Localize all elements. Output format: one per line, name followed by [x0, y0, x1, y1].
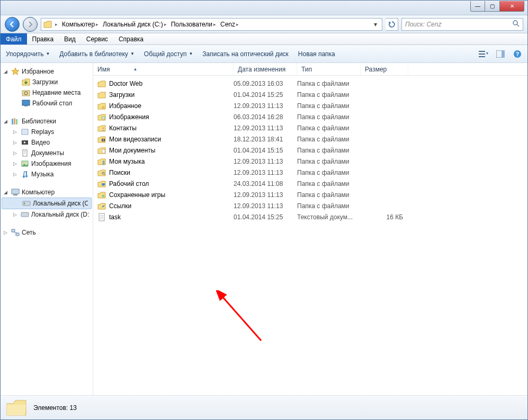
column-date[interactable]: Дата изменения — [234, 63, 297, 75]
file-icon — [97, 135, 106, 144]
sidebar-network[interactable]: ▷ Сеть — [1, 227, 93, 238]
svg-point-32 — [103, 127, 104, 129]
file-name: Мои документы — [109, 147, 155, 154]
file-row[interactable]: Рабочий стол24.03.2014 11:08Папка с файл… — [93, 178, 527, 189]
svg-rect-37 — [102, 183, 105, 185]
file-name: Моя музыка — [109, 158, 145, 165]
sidebar-item-diskd[interactable]: ▷ Локальный диск (D:) — [1, 209, 93, 220]
expander-icon[interactable]: ▷ — [13, 172, 19, 177]
expander-icon[interactable]: ▷ — [13, 150, 19, 156]
file-row[interactable]: Контакты12.09.2013 11:13Папка с файлами — [93, 122, 527, 133]
file-date: 12.09.2013 11:13 — [234, 191, 297, 199]
search-input[interactable]: Поиск: Cenz — [401, 18, 523, 31]
sidebar-favorites[interactable]: ◢ Избранное — [1, 66, 93, 77]
sidebar-item-downloads[interactable]: Загрузки — [1, 77, 93, 87]
file-type: Папка с файлами — [297, 91, 361, 99]
svg-line-30 — [13, 232, 17, 233]
disk-icon — [21, 210, 29, 219]
file-icon — [97, 213, 106, 221]
sidebar-item-documents[interactable]: ▷ Документы — [1, 148, 93, 158]
add-library-button[interactable]: Добавить в библиотеку▼ — [59, 50, 134, 58]
expander-icon[interactable]: ◢ — [4, 69, 9, 74]
menu-file[interactable]: Файл — [1, 33, 27, 44]
file-icon — [97, 202, 106, 210]
svg-point-22 — [23, 162, 25, 164]
breadcrumb-cenz[interactable]: Cenz▸ — [219, 21, 240, 28]
sidebar-item-replays[interactable]: ▷ Replays — [1, 127, 93, 137]
svg-rect-3 — [479, 53, 485, 55]
preview-pane-button[interactable] — [496, 49, 505, 59]
breadcrumb-diskc[interactable]: Локальный диск (C:)▸ — [102, 21, 168, 28]
svg-rect-16 — [22, 129, 28, 135]
tree-computer: ◢ Компьютер Локальный диск (C:) ▷ Локаль… — [1, 187, 93, 220]
organize-button[interactable]: Упорядочить▼ — [6, 50, 50, 58]
breadcrumb-computer[interactable]: Компьютер▸ — [61, 21, 100, 28]
file-date: 12.09.2013 11:13 — [234, 124, 297, 132]
expander-icon[interactable]: ▷ — [13, 129, 19, 135]
sidebar-item-recent[interactable]: Недавние места — [1, 87, 93, 98]
column-size[interactable]: Размер — [361, 63, 408, 75]
address-dropdown[interactable]: ▾ — [371, 21, 380, 28]
file-row[interactable]: Doctor Web05.09.2013 16:03Папка с файлам… — [93, 78, 527, 89]
file-date: 12.09.2013 11:13 — [234, 158, 297, 165]
file-list[interactable]: Doctor Web05.09.2013 16:03Папка с файлам… — [93, 76, 527, 395]
column-type[interactable]: Тип — [297, 63, 361, 75]
sidebar-item-pictures[interactable]: ▷ Изображения — [1, 158, 93, 169]
help-button[interactable]: ? — [513, 49, 522, 59]
breadcrumb-sep[interactable]: ▸ — [54, 22, 59, 27]
search-icon[interactable] — [512, 20, 520, 29]
svg-rect-4 — [479, 56, 485, 57]
expander-icon[interactable]: ▷ — [13, 212, 19, 217]
file-date: 01.04.2014 15:15 — [234, 147, 297, 154]
expander-icon[interactable]: ◢ — [4, 119, 9, 124]
file-row[interactable]: task01.04.2014 15:25Текстовый докум...16… — [93, 211, 527, 222]
sidebar-libraries[interactable]: ◢ Библиотеки — [1, 116, 93, 127]
sidebar-item-videos[interactable]: ▷ Видео — [1, 137, 93, 148]
file-type: Папка с файлами — [297, 102, 361, 110]
column-name[interactable]: Имя▲ — [93, 63, 234, 75]
column-headers: Имя▲ Дата изменения Тип Размер — [93, 63, 527, 76]
expander-icon[interactable]: ◢ — [4, 190, 9, 195]
file-row[interactable]: Загрузки01.04.2014 15:25Папка с файлами — [93, 89, 527, 100]
expander-icon[interactable]: ▷ — [13, 161, 19, 166]
refresh-button[interactable] — [386, 18, 398, 31]
sidebar-item-music[interactable]: ▷ Музыка — [1, 169, 93, 180]
burn-button[interactable]: Записать на оптический диск — [202, 50, 289, 58]
svg-rect-11 — [22, 100, 30, 105]
share-button[interactable]: Общий доступ▼ — [144, 50, 193, 58]
expander-icon[interactable]: ▷ — [4, 230, 9, 235]
address-bar[interactable]: ▸ Компьютер▸ Локальный диск (C:)▸ Пользо… — [41, 18, 382, 31]
file-row[interactable]: Поиски12.09.2013 11:13Папка с файлами — [93, 167, 527, 178]
file-name: Мои видеозаписи — [109, 136, 161, 143]
new-folder-button[interactable]: Новая папка — [298, 50, 335, 58]
minimize-button[interactable]: — — [470, 1, 485, 12]
file-row[interactable]: Мои документы01.04.2014 15:15Папка с фай… — [93, 145, 527, 156]
maximize-button[interactable]: ▢ — [485, 1, 500, 12]
forward-button[interactable] — [23, 17, 38, 32]
back-button[interactable] — [5, 17, 20, 32]
svg-rect-24 — [13, 194, 17, 195]
view-options-button[interactable] — [479, 49, 488, 59]
file-row[interactable]: Сохраненные игры12.09.2013 11:13Папка с … — [93, 189, 527, 200]
expander-icon[interactable]: ▷ — [13, 140, 19, 145]
file-row[interactable]: Изображения06.03.2014 16:28Папка с файла… — [93, 111, 527, 122]
file-row[interactable]: Избранное12.09.2013 11:13Папка с файлами — [93, 100, 527, 111]
sidebar-item-diskc[interactable]: Локальный диск (C:) — [2, 198, 92, 209]
sidebar-item-desktop[interactable]: Рабочий стол — [1, 98, 93, 109]
svg-rect-34 — [102, 149, 105, 153]
sort-asc-icon: ▲ — [133, 67, 137, 72]
file-row[interactable]: Моя музыка12.09.2013 11:13Папка с файлам… — [93, 156, 527, 167]
close-button[interactable]: ✕ — [500, 1, 524, 12]
file-row[interactable]: Мои видеозаписи18.12.2013 18:41Папка с ф… — [93, 133, 527, 145]
statusbar: Элементов: 13 — [1, 395, 527, 419]
menu-tools[interactable]: Сервис — [81, 33, 113, 44]
sidebar-computer[interactable]: ◢ Компьютер — [1, 187, 93, 198]
menu-help[interactable]: Справка — [113, 33, 149, 44]
breadcrumb-users[interactable]: Пользователи▸ — [170, 21, 217, 28]
menubar: Файл Правка Вид Сервис Справка — [1, 33, 527, 45]
disk-icon — [22, 199, 31, 208]
file-row[interactable]: Ссылки12.09.2013 11:13Папка с файлами — [93, 200, 527, 211]
menu-edit[interactable]: Правка — [27, 33, 59, 44]
file-name: Изображения — [109, 113, 149, 121]
menu-view[interactable]: Вид — [59, 33, 81, 44]
